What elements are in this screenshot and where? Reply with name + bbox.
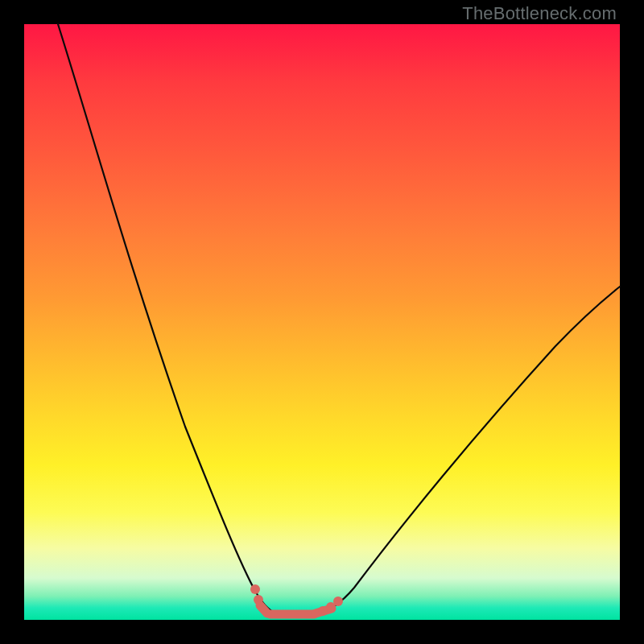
marker-segment (260, 605, 267, 613)
plot-area (24, 24, 620, 620)
chart-frame: TheBottleneck.com (0, 0, 644, 644)
marker-dot (333, 597, 343, 606)
bottleneck-curve (58, 24, 620, 615)
curve-svg (24, 24, 620, 620)
optimal-range-markers (250, 584, 343, 616)
marker-dot (250, 584, 260, 594)
watermark-text: TheBottleneck.com (462, 3, 617, 24)
